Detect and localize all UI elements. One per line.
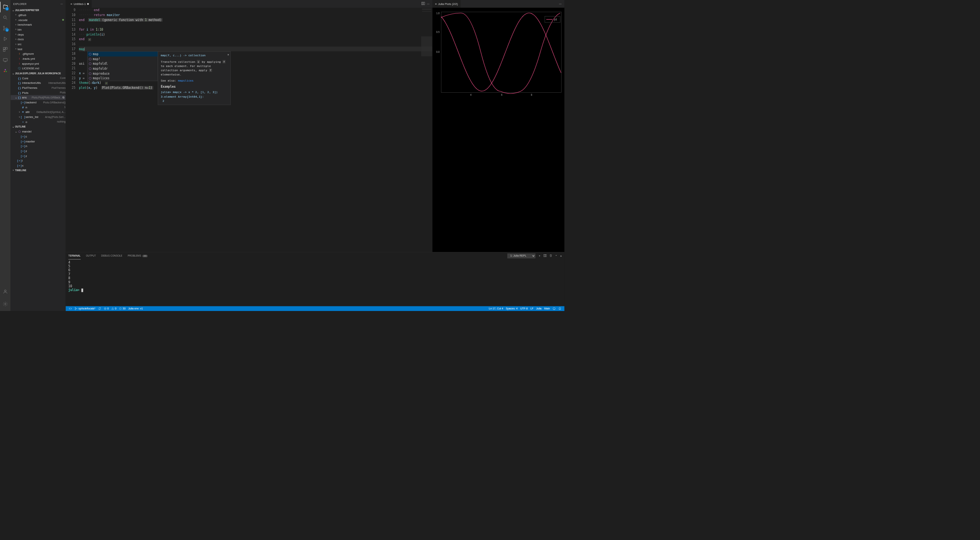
sb-language[interactable]: Julia: [535, 307, 543, 310]
tree-item-gitignore[interactable]: !.gitignore: [11, 51, 66, 56]
search-icon[interactable]: [0, 12, 11, 23]
sb-env[interactable]: Julia env: v1: [127, 306, 144, 311]
outline-item-z[interactable]: [∘]z: [11, 153, 66, 158]
tree-item-LICENSEmd[interactable]: ⓘLICENSE.md: [11, 66, 66, 71]
sb-spaces[interactable]: Spaces: 4: [505, 307, 519, 310]
chevron-up-icon[interactable]: ⌃: [555, 254, 557, 258]
more-icon[interactable]: ⋯: [427, 2, 430, 6]
section-outline[interactable]: ⌄OUTLINE: [11, 124, 66, 129]
debug-icon[interactable]: [0, 34, 11, 44]
ws-item-Core[interactable]: {}CoreCore: [11, 76, 66, 81]
section-workspace[interactable]: ⌄JULIA EXPLORER: JULIA WORKSPACE: [11, 71, 66, 76]
open-icon[interactable]: ⧉: [62, 96, 64, 99]
sb-sync[interactable]: [97, 306, 103, 311]
svg-rect-17: [433, 8, 564, 97]
tree-item-src[interactable]: ›src: [11, 42, 66, 47]
ws-item-o[interactable]: ∘onothing: [11, 119, 66, 124]
ws-item-attr[interactable]: ›≡attrDefaultsDict{Symbol, A...: [11, 110, 66, 115]
sidebar: EXPLORER ⋯ ⌄JULIAINTERPRETER ›.github›.v…: [11, 0, 66, 311]
tree-item-appveyoryml[interactable]: !appveyor.yml: [11, 61, 66, 66]
editor-content[interactable]: ········end········return maxiterend man…: [79, 8, 432, 252]
tree-item-benchmark[interactable]: ›benchmark: [11, 22, 66, 27]
tab-problems[interactable]: PROBLEMS 30: [127, 252, 147, 259]
ac-item-mapfoldl[interactable]: ⬡mapfoldl: [88, 61, 158, 66]
sb-warnings[interactable]: 0: [110, 306, 118, 311]
editor-tabs: ≡ Untitled-1 ⋯: [66, 0, 432, 8]
terminal-body[interactable]: 45678910julia>: [66, 259, 565, 306]
scm-icon[interactable]: 1: [0, 23, 11, 34]
svg-point-30: [75, 308, 76, 308]
sb-feedback-icon[interactable]: [551, 307, 557, 310]
svg-text:0.0: 0.0: [436, 51, 439, 53]
tab-output[interactable]: OUTPUT: [86, 252, 96, 259]
tree-item-travisyml[interactable]: !.travis.yml: [11, 56, 66, 61]
tree-item-bin[interactable]: ›bin: [11, 27, 66, 32]
gear-icon[interactable]: [0, 299, 11, 309]
outline-item-c[interactable]: [∘]c: [11, 134, 66, 139]
sb-branch[interactable]: sp/isdeflocals*: [73, 306, 96, 311]
split-terminal-icon[interactable]: [544, 254, 547, 258]
ws-item-series_list[interactable]: ›[ ]series_listArray{Plots.Seri...: [11, 115, 66, 119]
tab-debug-console[interactable]: DEBUG CONSOLE: [101, 252, 122, 259]
sb-eol[interactable]: LF: [529, 307, 535, 310]
split-icon[interactable]: [421, 2, 425, 6]
doc-link[interactable]: mapslices: [178, 79, 194, 82]
more-icon[interactable]: ⋯: [60, 2, 63, 5]
close-panel-icon[interactable]: ×: [560, 254, 562, 258]
ac-item-map[interactable]: ⬡map: [88, 52, 158, 57]
tree-item-deps[interactable]: ›deps: [11, 32, 66, 37]
remote-icon[interactable]: [0, 55, 11, 65]
outline-item-mandel[interactable]: ⌄⬡mandel: [11, 129, 66, 134]
outline-item-z[interactable]: [∘]z: [11, 149, 66, 154]
sb-position[interactable]: Ln 17, Col 4: [488, 307, 505, 310]
svg-point-13: [5, 290, 7, 292]
minimap[interactable]: [421, 8, 432, 252]
svg-point-32: [77, 308, 77, 309]
sb-bell-icon[interactable]: [557, 307, 563, 310]
plot-tabs: ≡ Julia Plots (2/2) ⋯: [433, 0, 565, 8]
outline-item-i[interactable]: [∘]i: [11, 158, 66, 163]
outline-item-maxiter[interactable]: [∘]maxiter: [11, 139, 66, 144]
tab-plots[interactable]: ≡ Julia Plots (2/2): [433, 0, 461, 8]
julia-icon[interactable]: [0, 65, 11, 76]
section-project[interactable]: ⌄JULIAINTERPRETER: [11, 8, 66, 13]
svg-point-31: [75, 309, 76, 310]
section-timeline[interactable]: ›TIMELINE: [11, 168, 66, 173]
ws-item-PlotThemes[interactable]: {}PlotThemesPlotThemes: [11, 85, 66, 90]
outline-item-x[interactable]: [∘]x: [11, 163, 66, 168]
ac-item-map![interactable]: ⬡map!: [88, 56, 158, 61]
ac-item-mapslices[interactable]: ⬡mapslices: [88, 76, 158, 81]
trash-icon[interactable]: [549, 254, 552, 258]
outline-item-n[interactable]: [∘]n: [11, 144, 66, 149]
ws-item-ans[interactable]: ⌄{}ansPlots.Plot{Plots.GRBack...⧉: [11, 95, 66, 100]
ac-item-mapreduce[interactable]: ⬡mapreduce: [88, 71, 158, 76]
new-terminal-icon[interactable]: ＋: [538, 254, 541, 258]
tab-untitled[interactable]: ≡ Untitled-1: [68, 0, 91, 8]
more-icon[interactable]: ⋯: [559, 2, 562, 6]
extensions-icon[interactable]: [0, 44, 11, 55]
svg-text:y1: y1: [554, 18, 557, 21]
tree-item-docs[interactable]: ›docs: [11, 37, 66, 42]
minimap-slider[interactable]: [421, 36, 432, 56]
remote-indicator[interactable]: [67, 306, 73, 311]
ws-item-n[interactable]: #n1: [11, 105, 66, 110]
svg-text:4: 4: [470, 93, 472, 96]
tab-terminal[interactable]: TERMINAL: [69, 252, 81, 259]
plot-chart: 1.0 0.5 0.0 4 6 8 y1: [433, 8, 564, 97]
terminal-select[interactable]: 1: Julia REPL: [508, 254, 536, 259]
close-icon[interactable]: ×: [227, 52, 229, 57]
sb-encoding[interactable]: UTF-8: [519, 307, 529, 310]
sb-errors[interactable]: 0: [103, 306, 110, 311]
tree-item-github[interactable]: ›.github: [11, 13, 66, 18]
sb-problems[interactable]: 30: [118, 306, 127, 311]
explorer-icon[interactable]: 1: [0, 2, 11, 13]
tree-item-test[interactable]: ›test: [11, 47, 66, 52]
ac-item-mapfoldr[interactable]: ⬡mapfoldr: [88, 66, 158, 71]
tree-item-vscode[interactable]: ›.vscode: [11, 18, 66, 23]
ws-item-Plots[interactable]: {}PlotsPlots: [11, 90, 66, 95]
ws-item-InteractiveUtils[interactable]: {}InteractiveUtilsInteractiveUtils: [11, 80, 66, 85]
account-icon[interactable]: [0, 286, 11, 297]
sb-mode[interactable]: Main: [543, 307, 551, 310]
ws-item-backend[interactable]: [∘]backendPlots.GRBackend(): [11, 100, 66, 105]
svg-text:1.0: 1.0: [436, 12, 439, 15]
